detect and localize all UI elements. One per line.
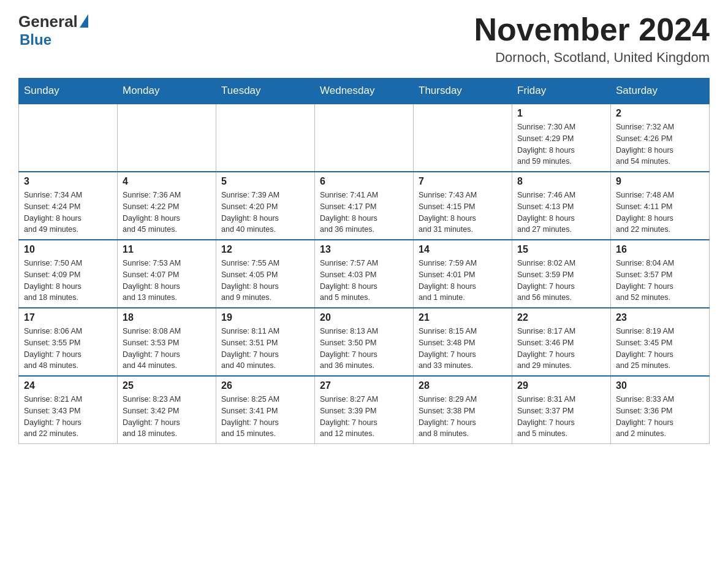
day-info: Sunrise: 7:57 AMSunset: 4:03 PMDaylight:… bbox=[320, 258, 408, 304]
week-row-3: 10Sunrise: 7:50 AMSunset: 4:09 PMDayligh… bbox=[19, 240, 710, 308]
page-header: General Blue November 2024 Dornoch, Scot… bbox=[18, 12, 710, 66]
calendar-cell: 18Sunrise: 8:08 AMSunset: 3:53 PMDayligh… bbox=[118, 308, 216, 376]
calendar-cell: 9Sunrise: 7:48 AMSunset: 4:11 PMDaylight… bbox=[611, 172, 710, 240]
calendar-cell: 1Sunrise: 7:30 AMSunset: 4:29 PMDaylight… bbox=[512, 104, 611, 172]
calendar-cell: 4Sunrise: 7:36 AMSunset: 4:22 PMDaylight… bbox=[118, 172, 216, 240]
col-header-saturday: Saturday bbox=[611, 79, 710, 104]
logo-general-text: General bbox=[18, 12, 78, 31]
calendar-cell: 30Sunrise: 8:33 AMSunset: 3:36 PMDayligh… bbox=[611, 376, 710, 444]
col-header-wednesday: Wednesday bbox=[315, 79, 414, 104]
day-info: Sunrise: 8:27 AMSunset: 3:39 PMDaylight:… bbox=[320, 394, 408, 440]
calendar-cell: 6Sunrise: 7:41 AMSunset: 4:17 PMDaylight… bbox=[315, 172, 414, 240]
day-info: Sunrise: 7:36 AMSunset: 4:22 PMDaylight:… bbox=[123, 190, 211, 236]
calendar-cell: 5Sunrise: 7:39 AMSunset: 4:20 PMDaylight… bbox=[216, 172, 315, 240]
day-info: Sunrise: 8:25 AMSunset: 3:41 PMDaylight:… bbox=[221, 394, 309, 440]
day-info: Sunrise: 7:53 AMSunset: 4:07 PMDaylight:… bbox=[123, 258, 211, 304]
day-info: Sunrise: 8:06 AMSunset: 3:55 PMDaylight:… bbox=[24, 326, 112, 372]
week-row-5: 24Sunrise: 8:21 AMSunset: 3:43 PMDayligh… bbox=[19, 376, 710, 444]
day-number: 17 bbox=[24, 312, 112, 323]
day-number: 20 bbox=[320, 312, 408, 323]
calendar-cell: 16Sunrise: 8:04 AMSunset: 3:57 PMDayligh… bbox=[611, 240, 710, 308]
day-info: Sunrise: 7:48 AMSunset: 4:11 PMDaylight:… bbox=[616, 190, 704, 236]
day-number: 18 bbox=[123, 312, 211, 323]
day-info: Sunrise: 8:29 AMSunset: 3:38 PMDaylight:… bbox=[419, 394, 507, 440]
calendar-cell: 7Sunrise: 7:43 AMSunset: 4:15 PMDaylight… bbox=[414, 172, 512, 240]
week-row-2: 3Sunrise: 7:34 AMSunset: 4:24 PMDaylight… bbox=[19, 172, 710, 240]
calendar-cell: 20Sunrise: 8:13 AMSunset: 3:50 PMDayligh… bbox=[315, 308, 414, 376]
day-number: 6 bbox=[320, 176, 408, 187]
day-number: 11 bbox=[123, 244, 211, 255]
day-info: Sunrise: 8:13 AMSunset: 3:50 PMDaylight:… bbox=[320, 326, 408, 372]
calendar-cell: 15Sunrise: 8:02 AMSunset: 3:59 PMDayligh… bbox=[512, 240, 611, 308]
calendar-table: SundayMondayTuesdayWednesdayThursdayFrid… bbox=[18, 78, 710, 444]
day-number: 28 bbox=[419, 380, 507, 391]
day-info: Sunrise: 8:21 AMSunset: 3:43 PMDaylight:… bbox=[24, 394, 112, 440]
day-number: 7 bbox=[419, 176, 507, 187]
day-number: 26 bbox=[221, 380, 309, 391]
day-number: 27 bbox=[320, 380, 408, 391]
day-number: 1 bbox=[517, 108, 605, 119]
calendar-cell: 28Sunrise: 8:29 AMSunset: 3:38 PMDayligh… bbox=[414, 376, 512, 444]
day-number: 8 bbox=[517, 176, 605, 187]
day-info: Sunrise: 7:43 AMSunset: 4:15 PMDaylight:… bbox=[419, 190, 507, 236]
day-number: 15 bbox=[517, 244, 605, 255]
calendar-cell: 12Sunrise: 7:55 AMSunset: 4:05 PMDayligh… bbox=[216, 240, 315, 308]
day-number: 30 bbox=[616, 380, 704, 391]
day-number: 5 bbox=[221, 176, 309, 187]
calendar-cell: 29Sunrise: 8:31 AMSunset: 3:37 PMDayligh… bbox=[512, 376, 611, 444]
day-number: 22 bbox=[517, 312, 605, 323]
day-number: 25 bbox=[123, 380, 211, 391]
day-info: Sunrise: 7:59 AMSunset: 4:01 PMDaylight:… bbox=[419, 258, 507, 304]
month-title: November 2024 bbox=[474, 12, 710, 47]
logo: General Blue bbox=[18, 12, 88, 48]
calendar-cell: 22Sunrise: 8:17 AMSunset: 3:46 PMDayligh… bbox=[512, 308, 611, 376]
calendar-cell: 19Sunrise: 8:11 AMSunset: 3:51 PMDayligh… bbox=[216, 308, 315, 376]
day-info: Sunrise: 8:33 AMSunset: 3:36 PMDaylight:… bbox=[616, 394, 704, 440]
day-number: 21 bbox=[419, 312, 507, 323]
calendar-cell: 23Sunrise: 8:19 AMSunset: 3:45 PMDayligh… bbox=[611, 308, 710, 376]
calendar-cell: 13Sunrise: 7:57 AMSunset: 4:03 PMDayligh… bbox=[315, 240, 414, 308]
day-info: Sunrise: 8:08 AMSunset: 3:53 PMDaylight:… bbox=[123, 326, 211, 372]
day-number: 10 bbox=[24, 244, 112, 255]
day-info: Sunrise: 8:11 AMSunset: 3:51 PMDaylight:… bbox=[221, 326, 309, 372]
calendar-cell bbox=[216, 104, 315, 172]
col-header-monday: Monday bbox=[118, 79, 216, 104]
calendar-cell: 26Sunrise: 8:25 AMSunset: 3:41 PMDayligh… bbox=[216, 376, 315, 444]
day-info: Sunrise: 7:34 AMSunset: 4:24 PMDaylight:… bbox=[24, 190, 112, 236]
calendar-cell bbox=[19, 104, 118, 172]
day-number: 14 bbox=[419, 244, 507, 255]
calendar-cell: 21Sunrise: 8:15 AMSunset: 3:48 PMDayligh… bbox=[414, 308, 512, 376]
calendar-cell: 27Sunrise: 8:27 AMSunset: 3:39 PMDayligh… bbox=[315, 376, 414, 444]
day-info: Sunrise: 8:17 AMSunset: 3:46 PMDaylight:… bbox=[517, 326, 605, 372]
day-number: 2 bbox=[616, 108, 704, 119]
day-info: Sunrise: 8:31 AMSunset: 3:37 PMDaylight:… bbox=[517, 394, 605, 440]
calendar-header-row: SundayMondayTuesdayWednesdayThursdayFrid… bbox=[19, 79, 710, 104]
day-number: 24 bbox=[24, 380, 112, 391]
day-info: Sunrise: 7:50 AMSunset: 4:09 PMDaylight:… bbox=[24, 258, 112, 304]
day-info: Sunrise: 8:19 AMSunset: 3:45 PMDaylight:… bbox=[616, 326, 704, 372]
calendar-cell bbox=[414, 104, 512, 172]
day-info: Sunrise: 8:04 AMSunset: 3:57 PMDaylight:… bbox=[616, 258, 704, 304]
day-number: 12 bbox=[221, 244, 309, 255]
day-info: Sunrise: 7:32 AMSunset: 4:26 PMDaylight:… bbox=[616, 121, 704, 167]
day-number: 16 bbox=[616, 244, 704, 255]
day-info: Sunrise: 8:23 AMSunset: 3:42 PMDaylight:… bbox=[123, 394, 211, 440]
col-header-sunday: Sunday bbox=[19, 79, 118, 104]
calendar-cell: 14Sunrise: 7:59 AMSunset: 4:01 PMDayligh… bbox=[414, 240, 512, 308]
col-header-friday: Friday bbox=[512, 79, 611, 104]
logo-blue-text: Blue bbox=[18, 31, 51, 48]
day-number: 3 bbox=[24, 176, 112, 187]
day-number: 4 bbox=[123, 176, 211, 187]
calendar-cell: 24Sunrise: 8:21 AMSunset: 3:43 PMDayligh… bbox=[19, 376, 118, 444]
day-info: Sunrise: 7:55 AMSunset: 4:05 PMDaylight:… bbox=[221, 258, 309, 304]
day-info: Sunrise: 7:39 AMSunset: 4:20 PMDaylight:… bbox=[221, 190, 309, 236]
calendar-cell bbox=[315, 104, 414, 172]
calendar-cell bbox=[118, 104, 216, 172]
day-info: Sunrise: 8:15 AMSunset: 3:48 PMDaylight:… bbox=[419, 326, 507, 372]
calendar-cell: 10Sunrise: 7:50 AMSunset: 4:09 PMDayligh… bbox=[19, 240, 118, 308]
week-row-4: 17Sunrise: 8:06 AMSunset: 3:55 PMDayligh… bbox=[19, 308, 710, 376]
day-info: Sunrise: 7:46 AMSunset: 4:13 PMDaylight:… bbox=[517, 190, 605, 236]
day-number: 23 bbox=[616, 312, 704, 323]
day-info: Sunrise: 8:02 AMSunset: 3:59 PMDaylight:… bbox=[517, 258, 605, 304]
col-header-thursday: Thursday bbox=[414, 79, 512, 104]
